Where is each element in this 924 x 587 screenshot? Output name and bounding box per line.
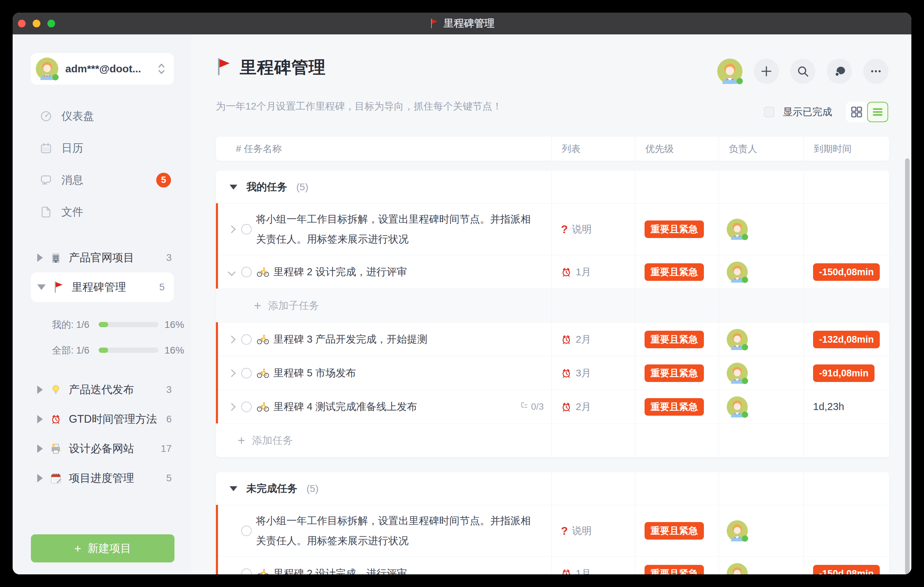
online-status-dot	[52, 74, 59, 81]
add-task-row[interactable]: +添加任务	[216, 424, 889, 457]
search-button[interactable]	[790, 59, 815, 84]
due-date-badge: -91d,08min	[813, 364, 874, 382]
task-checkbox[interactable]	[241, 368, 252, 378]
expand-chevron[interactable]	[226, 370, 237, 376]
group-name: 我的任务	[246, 180, 287, 194]
table-row[interactable]: 里程碑 5 市场发布3月重要且紧急-91d,08min	[216, 356, 889, 390]
question-icon: ?	[561, 524, 568, 538]
table-row[interactable]: 里程碑 4 测试完成准备线上发布0/32月重要且紧急1d,23h	[216, 390, 889, 424]
alarm-clock-icon	[561, 334, 571, 345]
chevron-right-icon	[228, 225, 236, 234]
chevron-right-icon[interactable]	[37, 415, 43, 424]
group-count: (5)	[296, 181, 308, 193]
avatar[interactable]	[717, 59, 742, 84]
project-task-count: 5	[159, 282, 165, 293]
add-subtask-row[interactable]: +添加子任务	[216, 289, 889, 322]
table-row[interactable]: 里程碑 2 设计完成，进行评审1月重要且紧急-150d,08min	[216, 255, 889, 289]
sidebar-project-iteration[interactable]: 产品迭代发布3	[13, 375, 191, 404]
sidebar-project-progress-mgmt[interactable]: 项目进度管理5	[13, 463, 191, 493]
cyclist-icon	[257, 368, 269, 378]
board-view-button[interactable]	[846, 102, 867, 122]
minimize-window-button[interactable]	[33, 20, 40, 27]
sidebar-item-files[interactable]: 文件	[13, 196, 191, 228]
group-header-row[interactable]: 我的任务(5)	[216, 171, 889, 203]
task-title: 将小组一年工作目标拆解，设置出里程碑时间节点。并指派相 关责任人。用标签来展示进…	[256, 511, 531, 551]
task-checkbox[interactable]	[241, 334, 252, 345]
task-checkbox[interactable]	[241, 569, 252, 575]
window-title-text: 里程碑管理	[444, 16, 495, 31]
group-header-row[interactable]: 未完成任务(5)	[216, 472, 889, 505]
chevron-down-icon[interactable]	[37, 284, 46, 290]
table-row[interactable]: 里程碑 2 设计完成，进行评审1月重要且紧急-150d,08min	[216, 556, 889, 574]
page-subtitle: 为一年12个月设置工作里程碑，目标为导向，抓住每个关键节点！	[216, 100, 502, 113]
sidebar-project-milestone[interactable]: 里程碑管理5	[31, 272, 174, 302]
priority-badge: 重要且紧急	[645, 398, 704, 416]
column-header-priority: 优先级	[635, 137, 719, 161]
user-account-selector[interactable]: adm***@doot...	[31, 53, 174, 85]
task-checkbox[interactable]	[241, 526, 252, 536]
question-icon: ?	[561, 223, 568, 236]
main-content: 里程碑管理	[191, 35, 911, 574]
project-label: 里程碑管理	[72, 280, 126, 295]
list-label: 1月	[576, 567, 591, 575]
progress-bar	[99, 322, 158, 327]
table-row[interactable]: 将小组一年工作目标拆解，设置出里程碑时间节点。并指派相 关责任人。用标签来展示进…	[216, 203, 889, 255]
red-flag-icon	[52, 280, 65, 294]
cyclist-icon	[257, 402, 269, 412]
building-icon	[49, 251, 63, 264]
sidebar-project-gtd[interactable]: GTD时间管理方法6	[13, 404, 191, 434]
chevron-right-icon	[228, 369, 236, 377]
task-title: 里程碑 3 产品开发完成，开始提测	[274, 329, 427, 349]
cyclist-icon	[257, 569, 269, 575]
progress-label: 全部: 1/6	[52, 344, 89, 357]
subtask-progress: 0/3	[520, 401, 544, 412]
priority-badge: 重要且紧急	[645, 522, 704, 539]
chat-button[interactable]	[827, 59, 852, 84]
window-title: 里程碑管理	[430, 16, 495, 31]
online-status-dot	[742, 277, 748, 283]
more-options-button[interactable]	[863, 59, 889, 84]
table-row[interactable]: 里程碑 3 产品开发完成，开始提测2月重要且紧急-132d,08min	[216, 322, 889, 356]
project-label: 产品迭代发布	[69, 383, 134, 397]
task-title: 里程碑 2 设计完成，进行评审	[274, 564, 407, 574]
priority-badge: 重要且紧急	[645, 565, 704, 575]
task-checkbox[interactable]	[241, 224, 252, 234]
list-view-button[interactable]	[867, 102, 888, 122]
expand-chevron[interactable]	[226, 404, 237, 410]
sidebar-project-product-site[interactable]: 产品官网项目3	[13, 243, 191, 272]
sidebar-item-dashboard[interactable]: 仪表盘	[13, 100, 191, 132]
subtask-icon	[520, 401, 528, 412]
task-checkbox[interactable]	[241, 267, 252, 277]
progress-percent: 16%	[165, 319, 184, 330]
chevron-right-icon[interactable]	[37, 386, 43, 394]
task-checkbox[interactable]	[241, 402, 252, 412]
expand-chevron[interactable]	[226, 226, 237, 232]
expand-chevron[interactable]	[226, 269, 237, 275]
column-header-list: 列表	[551, 137, 635, 161]
collapse-triangle-icon[interactable]	[229, 185, 237, 190]
show-completed-checkbox[interactable]	[764, 107, 774, 117]
sidebar-item-messages[interactable]: 消息5	[13, 164, 191, 196]
sidebar-project-design-sites[interactable]: 设计必备网站17	[13, 434, 191, 463]
add-label: 添加任务	[252, 434, 293, 448]
group-name: 未完成任务	[246, 481, 297, 496]
group-count: (5)	[307, 483, 318, 494]
project-task-count: 17	[161, 443, 172, 454]
close-window-button[interactable]	[18, 20, 26, 27]
project-task-count: 6	[166, 414, 172, 425]
collapse-triangle-icon[interactable]	[229, 486, 237, 491]
task-group-panel: 我的任务(5)将小组一年工作目标拆解，设置出里程碑时间节点。并指派相 关责任人。…	[216, 171, 889, 457]
table-header-row: # 任务名称 列表 优先级 负责人 到期时间	[216, 137, 889, 161]
chevron-right-icon[interactable]	[37, 474, 43, 482]
online-status-dot	[742, 535, 748, 542]
avatar	[727, 262, 748, 283]
chevron-right-icon[interactable]	[37, 444, 43, 453]
vertical-scrollbar[interactable]	[905, 158, 909, 574]
table-row[interactable]: 将小组一年工作目标拆解，设置出里程碑时间节点。并指派相 关责任人。用标签来展示进…	[216, 505, 889, 556]
expand-chevron[interactable]	[226, 337, 237, 342]
add-button[interactable]	[754, 59, 779, 84]
new-project-button[interactable]: + 新建项目	[31, 534, 175, 562]
sidebar-item-calendar[interactable]: 日历	[13, 132, 191, 164]
chevron-right-icon[interactable]	[37, 254, 43, 262]
zoom-window-button[interactable]	[48, 20, 55, 27]
